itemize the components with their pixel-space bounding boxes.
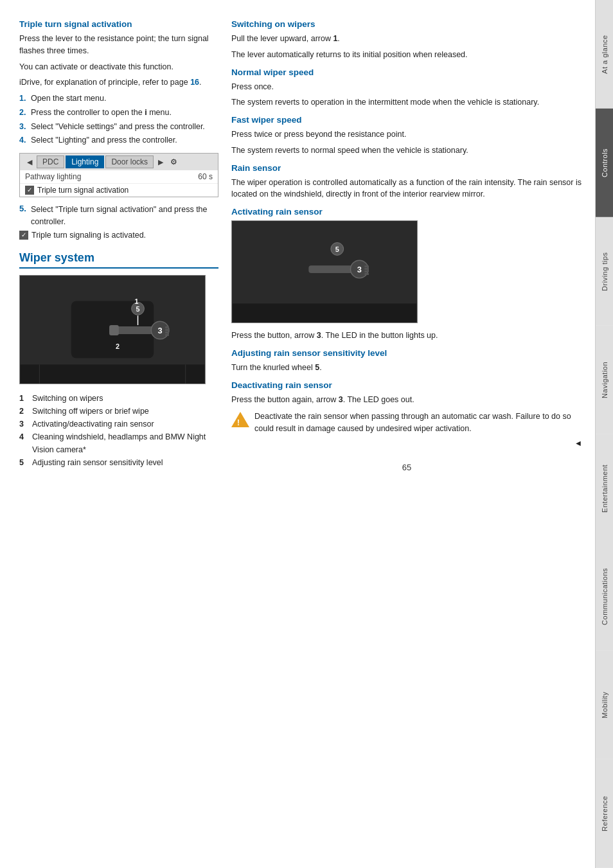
svg-rect-8	[165, 331, 169, 333]
wiper-item-3: 3 Activating/deactivating rain sensor	[19, 418, 218, 430]
step-3: 3. Select "Vehicle settings" and press t…	[19, 121, 218, 133]
tab-pdc[interactable]: PDC	[37, 155, 64, 168]
activating-rain-title: Activating rain sensor	[231, 207, 582, 217]
wiper-item-1: 1 Switching on wipers	[19, 392, 218, 405]
deactivating-rain-section: Deactivating rain sensor Press the butto…	[231, 380, 582, 450]
normal-wiper-section: Normal wiper speed Press once. The syste…	[231, 67, 582, 109]
triple-turn-para2: You can activate or deactivate this func…	[19, 61, 218, 73]
sidebar-tab-communications[interactable]: Communications	[596, 542, 613, 651]
switching-on-para2: The lever automatically returns to its i…	[231, 49, 582, 61]
svg-rect-15	[21, 364, 205, 384]
svg-text:2: 2	[116, 342, 120, 350]
rain-sensor-svg: 3 5	[232, 221, 417, 323]
sidebar-tab-entertainment[interactable]: Entertainment	[596, 434, 613, 543]
step5-text: Select "Triple turn signal activation" a…	[31, 204, 218, 228]
triple-turn-title: Triple turn signal activation	[19, 19, 218, 29]
svg-rect-28	[233, 303, 416, 323]
svg-rect-3	[109, 325, 119, 335]
wiper-list: 1 Switching on wipers 2 Switching off wi…	[19, 392, 218, 469]
adjusting-rain-para1: Turn the knurled wheel 5.	[231, 362, 582, 374]
main-content: Triple turn signal activation Press the …	[0, 0, 595, 868]
svg-rect-24	[364, 270, 369, 272]
sidebar-tab-at-a-glance[interactable]: At a glance	[596, 0, 613, 109]
triple-turn-para1: Press the lever to the resistance point;…	[19, 33, 218, 57]
checkbox-label: Triple turn signal activation	[37, 186, 129, 195]
page-link[interactable]: 16	[190, 78, 199, 87]
sidebar-tab-controls[interactable]: Controls	[596, 109, 613, 217]
triple-turn-para3: iDrive, for explanation of principle, re…	[19, 76, 218, 89]
wiper-image-left: 3 5 1 2	[19, 275, 206, 384]
activation-check-icon: ✓	[19, 231, 28, 240]
wiper-item-4: 4 Cleaning windshield, headlamps and BMW…	[19, 430, 218, 456]
checkbox-checked-icon: ✓	[25, 186, 34, 195]
svg-text:5: 5	[335, 245, 339, 253]
rain-sensor-title: Rain sensor	[231, 163, 582, 173]
sidebar-tab-navigation[interactable]: Navigation	[596, 326, 613, 434]
activation-note: ✓ Triple turn signaling is activated.	[19, 231, 218, 240]
svg-text:3: 3	[158, 325, 163, 335]
page-container: Triple turn signal activation Press the …	[0, 0, 613, 868]
svg-rect-9	[165, 333, 169, 335]
step-2: 2. Press the controller to open the i me…	[19, 107, 218, 119]
warning-text: Deactivate the rain sensor when passing …	[254, 411, 582, 435]
step-5: 5. Select "Triple turn signal activation…	[19, 204, 218, 240]
wiper-car-svg: 3 5 1 2	[20, 276, 205, 384]
switching-on-wipers-section: Switching on wipers Pull the lever upwar…	[231, 19, 582, 61]
switching-on-para1: Pull the lever upward, arrow 1.	[231, 33, 582, 45]
ui-settings-box: ◀ PDC Lighting Door locks ▶ ⚙ Pathway li…	[19, 153, 218, 197]
sidebar-tab-driving-tips[interactable]: Driving tips	[596, 217, 613, 326]
right-sidebar: At a glance Controls Driving tips Naviga…	[595, 0, 613, 868]
warning-triangle-icon	[231, 412, 249, 427]
switching-on-title: Switching on wipers	[231, 19, 582, 29]
fast-wiper-title: Fast wiper speed	[231, 115, 582, 125]
rain-sensor-section: Rain sensor The wiper operation is contr…	[231, 163, 582, 201]
right-column: Switching on wipers Pull the lever upwar…	[231, 19, 582, 849]
svg-text:5: 5	[136, 305, 140, 313]
rain-sensor-image: 3 5	[231, 220, 418, 323]
activating-rain-para1: Press the button, arrow 3. The LED in th…	[231, 330, 582, 342]
svg-rect-7	[165, 329, 169, 331]
deactivating-rain-para1: Press the button again, arrow 3. The LED…	[231, 394, 582, 406]
tab-right-arrow[interactable]: ▶	[155, 157, 166, 168]
svg-rect-25	[364, 273, 369, 275]
adjusting-rain-title: Adjusting rain sensor sensitivity level	[231, 348, 582, 358]
ui-box-header: ◀ PDC Lighting Door locks ▶ ⚙	[20, 154, 218, 170]
fast-wiper-para1: Press twice or press beyond the resistan…	[231, 128, 582, 141]
tab-door-locks[interactable]: Door locks	[105, 155, 154, 168]
sidebar-tab-mobility[interactable]: Mobility	[596, 651, 613, 759]
wiper-item-2: 2 Switching off wipers or brief wipe	[19, 405, 218, 418]
adjusting-rain-section: Adjusting rain sensor sensitivity level …	[231, 348, 582, 374]
warning-box: Deactivate the rain sensor when passing …	[231, 411, 582, 435]
svg-rect-23	[364, 268, 369, 270]
step-1: 1. Open the start menu.	[19, 93, 218, 105]
fast-wiper-para2: The system reverts to normal speed when …	[231, 145, 582, 157]
activation-text: Triple turn signaling is activated.	[31, 231, 146, 240]
deactivating-rain-title: Deactivating rain sensor	[231, 380, 582, 390]
triple-turn-section: Triple turn signal activation Press the …	[19, 19, 218, 240]
left-column: Triple turn signal activation Press the …	[19, 19, 218, 849]
rain-sensor-para1: The wiper operation is controlled automa…	[231, 177, 582, 201]
steps-list: 1. Open the start menu. 2. Press the con…	[19, 93, 218, 146]
normal-wiper-title: Normal wiper speed	[231, 67, 582, 77]
svg-rect-6	[165, 326, 169, 328]
activating-rain-sensor-section: Activating rain sensor 3	[231, 207, 582, 342]
pathway-label: Pathway lighting	[25, 172, 198, 181]
triple-turn-checkbox-row[interactable]: ✓ Triple turn signal activation	[20, 184, 218, 197]
wiper-item-5: 5 Adjusting rain sensor sensitivity leve…	[19, 456, 218, 469]
end-marker: ◄	[231, 438, 582, 450]
sidebar-tab-reference[interactable]: Reference	[596, 759, 613, 868]
page-number: 65	[231, 456, 582, 479]
wiper-system-title: Wiper system	[19, 251, 218, 269]
normal-wiper-para2: The system reverts to operation in the i…	[231, 96, 582, 109]
tab-lighting[interactable]: Lighting	[66, 155, 104, 168]
svg-rect-22	[364, 265, 369, 267]
pathway-lighting-row: Pathway lighting 60 s	[20, 170, 218, 184]
settings-icon: ⚙	[168, 156, 180, 168]
svg-text:3: 3	[357, 265, 362, 274]
wiper-system-section: Wiper system 3	[19, 251, 218, 469]
normal-wiper-para1: Press once.	[231, 81, 582, 93]
pathway-value: 60 s	[198, 172, 213, 181]
tab-left-arrow[interactable]: ◀	[24, 157, 35, 168]
step-4: 4. Select "Lighting" and press the contr…	[19, 134, 218, 146]
fast-wiper-section: Fast wiper speed Press twice or press be…	[231, 115, 582, 157]
